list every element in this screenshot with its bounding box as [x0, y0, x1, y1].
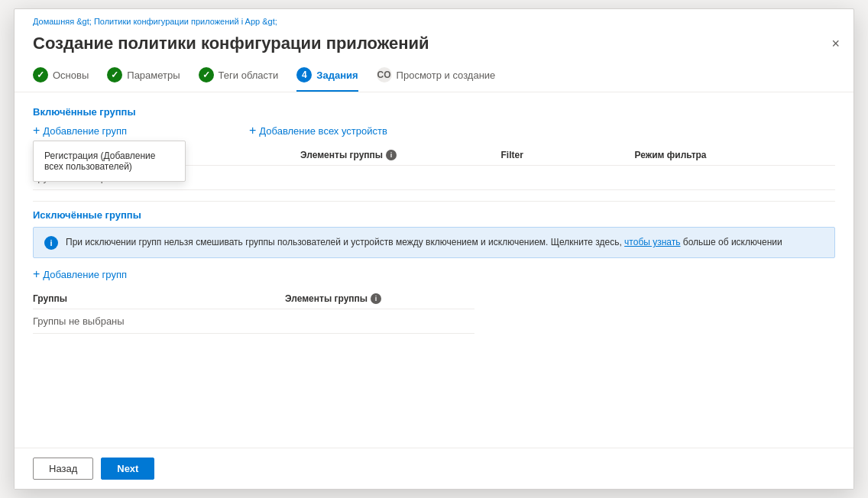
breadcrumb: Домашняя &gt; Политики конфигурации прил…	[15, 9, 853, 26]
step-scope-label: Теги области	[219, 70, 279, 81]
excluded-plus-icon: +	[33, 267, 40, 281]
step-tasks-number: 4	[302, 70, 307, 80]
modal-body: Включённые группы + Добавление групп Рег…	[15, 92, 853, 448]
dropdown-hint-item[interactable]: Регистрация (Добавление всех пользовател…	[34, 146, 185, 176]
add-all-devices-plus-icon: +	[249, 124, 256, 137]
excl-col-items: Элементы группы i	[285, 293, 474, 304]
step-review-number: CO	[377, 70, 391, 80]
section-divider	[33, 201, 835, 202]
excluded-info-text: При исключении групп нельзя смешивать гр…	[66, 235, 782, 249]
excluded-table-header: Группы Элементы группы i	[33, 289, 474, 309]
col-filter-mode: Режим фильтра	[635, 150, 836, 160]
checkmark-icon-3: ✓	[202, 70, 210, 80]
excluded-add-group-link[interactable]: + Добавление групп	[33, 267, 127, 281]
col-filter: Filter	[501, 150, 635, 160]
col-group-items: Элементы группы i	[300, 150, 501, 160]
included-groups-title: Включённые группы	[33, 106, 835, 118]
step-tasks-icon: 4	[296, 67, 312, 82]
step-tasks-label: Задания	[316, 70, 358, 81]
step-basics-label: Основы	[53, 70, 89, 81]
info-circle-icon: i	[44, 236, 58, 250]
step-params-label: Параметры	[127, 70, 180, 81]
step-params-icon: ✓	[107, 67, 122, 82]
checkmark-icon-2: ✓	[111, 70, 118, 80]
modal-container: Домашняя &gt; Политики конфигурации прил…	[14, 8, 854, 490]
close-button[interactable]: ×	[831, 37, 840, 50]
modal-footer: Назад Next	[15, 448, 853, 489]
step-scope-tags[interactable]: ✓ Теги области	[199, 67, 279, 92]
next-button[interactable]: Next	[101, 458, 154, 480]
excluded-info-link[interactable]: чтобы узнать	[624, 237, 680, 247]
step-basics[interactable]: ✓ Основы	[33, 67, 89, 92]
step-tasks[interactable]: 4 Задания	[296, 67, 358, 92]
breadcrumb-home[interactable]: Домашняя &gt;	[33, 17, 92, 26]
breadcrumb-middle[interactable]: Политики конфигурации приложений i App &…	[94, 17, 277, 26]
step-scope-icon: ✓	[199, 67, 214, 82]
excluded-actions-row: + Добавление групп	[33, 267, 835, 281]
steps-bar: ✓ Основы ✓ Параметры ✓ Теги области 4 За…	[15, 53, 853, 92]
back-button[interactable]: Назад	[33, 458, 93, 480]
add-all-devices-link[interactable]: + Добавление всех устройств	[249, 124, 387, 137]
add-all-devices-label: Добавление всех устройств	[259, 125, 387, 137]
add-group-plus-icon: +	[33, 124, 40, 137]
step-review-label: Просмотр и создание	[397, 70, 496, 81]
page-title: Создание политики конфигурации приложени…	[15, 26, 853, 53]
included-actions-row: + Добавление групп Регистрация (Добавлен…	[33, 124, 835, 137]
step-basics-icon: ✓	[33, 67, 48, 82]
add-group-label: Добавление групп	[43, 125, 127, 137]
excluded-add-group-label: Добавление групп	[43, 269, 127, 280]
excl-col-groups: Группы	[33, 293, 285, 304]
checkmark-icon: ✓	[37, 70, 44, 80]
excluded-empty-row: Группы не выбраны	[33, 309, 474, 334]
excluded-empty-label: Группы не выбраны	[33, 315, 285, 327]
step-params[interactable]: ✓ Параметры	[107, 67, 180, 92]
excluded-groups-title: Исключённые группы	[33, 209, 835, 221]
step-review[interactable]: CO Просмотр и создание	[377, 67, 496, 92]
add-group-dropdown[interactable]: Регистрация (Добавление всех пользовател…	[33, 141, 186, 182]
add-group-link[interactable]: + Добавление групп	[33, 124, 127, 137]
excl-group-items-info-icon[interactable]: i	[371, 293, 381, 304]
step-review-icon: CO	[377, 67, 392, 82]
excluded-info-box: i При исключении групп нельзя смешивать …	[33, 227, 835, 258]
group-items-info-icon[interactable]: i	[386, 150, 397, 160]
